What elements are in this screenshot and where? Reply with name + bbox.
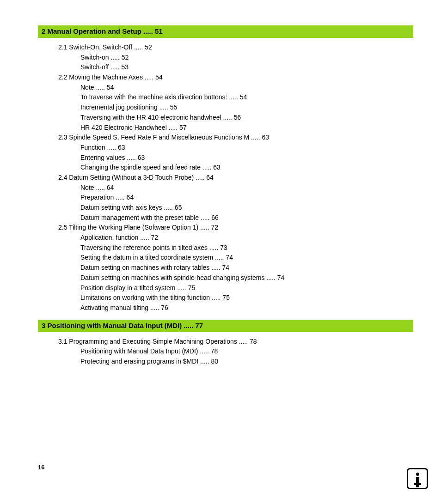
toc-section: 2.2 Moving the Machine Axes ..... 54 bbox=[58, 73, 413, 83]
chapter-heading: 3 Positioning with Manual Data Input (MD… bbox=[38, 320, 413, 332]
toc-section: 2.4 Datum Setting (Without a 3-D Touch P… bbox=[58, 173, 413, 183]
toc-sub: Note ..... 54 bbox=[80, 83, 413, 93]
toc-sub: Preparation ..... 64 bbox=[80, 193, 413, 203]
toc-sub: Datum management with the preset table .… bbox=[80, 213, 413, 223]
toc-sub: Note ..... 64 bbox=[80, 183, 413, 193]
toc-sub: Switch-off ..... 53 bbox=[80, 62, 413, 73]
toc-section: 3.1 Programming and Executing Simple Mac… bbox=[58, 337, 413, 347]
toc-sub: Incremental jog positioning ..... 55 bbox=[80, 103, 413, 113]
toc-section: 2.3 Spindle Speed S, Feed Rate F and Mis… bbox=[58, 133, 413, 143]
toc-sub: Datum setting on machines with spindle-h… bbox=[80, 273, 413, 283]
info-icon bbox=[407, 468, 428, 489]
toc-sub: Switch-on ..... 52 bbox=[80, 53, 413, 63]
toc-sub: HR 420 Electronic Handwheel ..... 57 bbox=[80, 123, 413, 133]
toc-section: 2.1 Switch-On, Switch-Off ..... 52 bbox=[58, 43, 413, 53]
toc-sub: Protecting and erasing programs in $MDI … bbox=[80, 357, 413, 367]
toc-sub: Changing the spindle speed and feed rate… bbox=[80, 163, 413, 173]
page-number: 16 bbox=[38, 464, 44, 471]
toc-sub: Function ..... 63 bbox=[80, 143, 413, 153]
toc-sub: To traverse with the machine axis direct… bbox=[80, 92, 413, 103]
toc-sub: Position display in a tilted system ....… bbox=[80, 283, 413, 293]
toc-sub: Setting the datum in a tilted coordinate… bbox=[80, 253, 413, 263]
chapter-heading: 2 Manual Operation and Setup ..... 51 bbox=[38, 25, 413, 38]
toc-page: 2 Manual Operation and Setup ..... 51 2.… bbox=[0, 0, 441, 367]
toc-sub: Datum setting on machines with rotary ta… bbox=[80, 263, 413, 273]
toc-section: 2.5 Tilting the Working Plane (Software … bbox=[58, 223, 413, 233]
chapter-entries: 2.1 Switch-On, Switch-Off ..... 52 Switc… bbox=[38, 43, 413, 313]
chapter-entries: 3.1 Programming and Executing Simple Mac… bbox=[38, 337, 413, 367]
chapter-heading-text: 2 Manual Operation and Setup ..... 51 bbox=[42, 27, 163, 35]
toc-sub: Entering values ..... 63 bbox=[80, 153, 413, 163]
toc-sub: Application, function ..... 72 bbox=[80, 233, 413, 243]
toc-sub: Traversing the reference points in tilte… bbox=[80, 243, 413, 253]
toc-sub: Limitations on working with the tilting … bbox=[80, 293, 413, 303]
toc-sub: Datum setting with axis keys ..... 65 bbox=[80, 203, 413, 213]
chapter-heading-text: 3 Positioning with Manual Data Input (MD… bbox=[42, 322, 203, 329]
toc-sub: Traversing with the HR 410 electronic ha… bbox=[80, 113, 413, 123]
toc-sub: Positioning with Manual Data Input (MDI)… bbox=[80, 346, 413, 357]
toc-sub: Activating manual tilting ..... 76 bbox=[80, 303, 413, 313]
